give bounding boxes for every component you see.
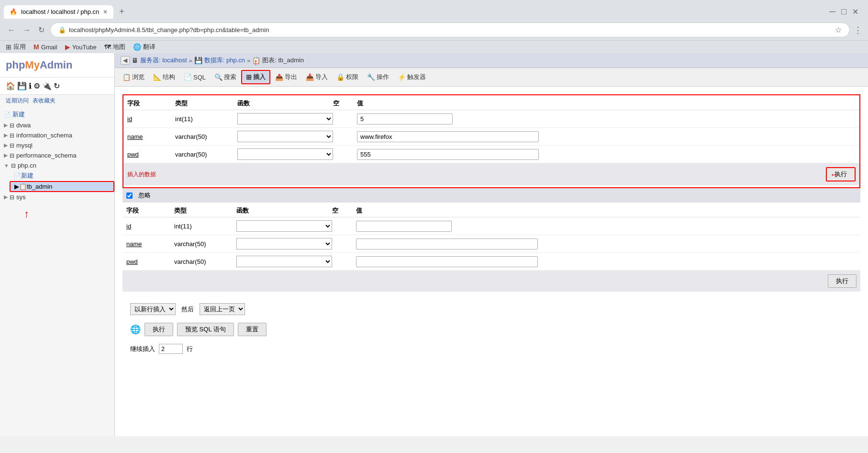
favorites-label[interactable]: 表收藏夹 <box>33 97 56 105</box>
bookmark-maps[interactable]: 🗺 地图 <box>104 43 125 51</box>
form1-pwd-function-select[interactable] <box>237 148 333 160</box>
forward-button[interactable]: → <box>21 24 33 36</box>
browser-window: 🔥 localhost / localhost / php.cn ✕ + ─ □… <box>0 0 868 53</box>
back-button[interactable]: ← <box>6 24 17 36</box>
active-tab[interactable]: 🔥 localhost / localhost / php.cn ✕ <box>4 5 113 19</box>
sidebar-item-dvwa[interactable]: ▶ ⊟ dvwa <box>0 120 114 130</box>
form2-name-function-select[interactable] <box>236 238 332 249</box>
sidebar-item-tb-admin[interactable]: ▶ 📋 tb_admin <box>10 181 114 192</box>
tab-close-button[interactable]: ✕ <box>103 9 108 15</box>
toolbar-browse-button[interactable]: 📋 浏览 <box>119 71 148 83</box>
form1-pwd-value-input[interactable] <box>357 149 539 160</box>
toolbar-sql-button[interactable]: 📄 SQL <box>180 71 210 83</box>
form1-row-id: id int(11) <box>123 110 859 128</box>
reload-button[interactable]: ↻ <box>36 23 46 36</box>
sidebar-item-phpcn[interactable]: ▼ ⊟ php.cn <box>0 160 114 170</box>
ignore-checkbox[interactable] <box>126 193 133 199</box>
toolbar-export-button[interactable]: 📤 导出 <box>271 71 301 83</box>
phpcn-db-icon: ⊟ <box>11 162 16 169</box>
bookmark-youtube[interactable]: ▶ YouTube <box>65 43 97 51</box>
new-tab-button[interactable]: + <box>113 4 130 20</box>
content-area: ◀ 🖥 服务器: localhost » 💾 数据库: php.cn » 📋 图… <box>115 53 868 436</box>
then-label: 然后 <box>181 305 194 314</box>
toolbar-operations-button[interactable]: 🔧 操作 <box>363 71 393 83</box>
close-button[interactable]: ✕ <box>852 7 858 16</box>
breadcrumb-collapse-button[interactable]: ◀ <box>121 56 130 65</box>
toolbar-privileges-button[interactable]: 🔒 权限 <box>333 71 362 83</box>
form-area: 字段 类型 函数 空 值 id int(11) <box>115 87 868 373</box>
sidebar-info-icon[interactable]: ℹ <box>29 81 32 91</box>
browse-icon: 📋 <box>122 73 131 81</box>
breadcrumb-database[interactable]: 数据库: php.cn <box>204 56 245 65</box>
toolbar-search-button[interactable]: 🔍 搜索 <box>211 71 240 83</box>
toolbar-insert-button[interactable]: ⊞ 插入 ↑ <box>241 70 270 84</box>
form1-footer: 插入的数据 执行 ← <box>123 163 859 185</box>
form2-pwd-value-input[interactable] <box>356 256 538 267</box>
then-action-select[interactable]: 返回上一页 <box>200 303 245 315</box>
form1-name-value-input[interactable] <box>357 131 539 142</box>
sidebar-item-phpcn-new[interactable]: 📄 新建 <box>10 170 114 181</box>
db-tree: 📄 新建 ▶ ⊟ dvwa ▶ ⊟ information_schema ▶ ⊟… <box>0 107 114 204</box>
exec-arrow-annotation: ← <box>830 169 839 180</box>
toolbar-triggers-button[interactable]: ⚡ 触发器 <box>394 71 430 83</box>
bottom-preview-sql-button[interactable]: 预览 SQL 语句 <box>177 323 234 336</box>
breadcrumb-server[interactable]: 服务器: localhost <box>140 56 187 65</box>
phpcn-new-icon: 📄 <box>13 172 21 180</box>
phpcn-subtree: 📄 新建 ▶ 📋 tb_admin <box>0 170 114 192</box>
bottom-reset-button[interactable]: 重置 <box>238 323 267 336</box>
bookmark-translate[interactable]: 🌐 翻译 <box>133 43 156 51</box>
maximize-button[interactable]: □ <box>841 7 846 17</box>
sidebar-db-icon[interactable]: 💾 <box>17 81 27 91</box>
form1-col-type: 类型 <box>175 99 237 108</box>
sidebar-item-performance-schema[interactable]: ▶ ⊟ performance_schema <box>0 150 114 160</box>
menu-icon[interactable]: ⋮ <box>854 25 862 35</box>
sidebar-home-icon[interactable]: 🏠 <box>6 81 15 91</box>
sidebar-item-mysql[interactable]: ▶ ⊟ mysql <box>0 140 114 150</box>
insert-mode-select[interactable]: 以新行插入 <box>130 303 176 315</box>
form1-name-type: varchar(50) <box>175 133 237 140</box>
logo-admin: Admin <box>40 59 72 71</box>
form1-id-value-input[interactable] <box>357 113 453 125</box>
form2-exec-button[interactable]: 执行 <box>828 274 857 288</box>
bottom-exec-button[interactable]: 执行 <box>145 323 173 336</box>
toolbar-structure-button[interactable]: 📐 结构 <box>149 71 179 83</box>
form2-id-function-select[interactable] <box>236 220 332 232</box>
sidebar-reload-icon[interactable]: ↻ <box>54 81 60 91</box>
sidebar-plugin-icon[interactable]: 🔌 <box>42 81 52 91</box>
tbadmin-expander: ▶ <box>14 183 19 190</box>
continue-row: 继续插入 行 <box>130 340 853 358</box>
minimize-button[interactable]: ─ <box>829 7 835 17</box>
phpcn-expander: ▼ <box>4 163 9 169</box>
bookmark-gmail[interactable]: M Gmail <box>33 43 57 51</box>
form1-row-pwd: pwd varchar(50) <box>123 146 859 163</box>
form1-row-name: name varchar(50) <box>123 128 859 146</box>
form2-name-value-input[interactable] <box>356 238 538 249</box>
continue-count-input[interactable] <box>159 344 183 354</box>
toolbar-import-button[interactable]: 📥 导入 <box>302 71 332 83</box>
sidebar-item-new-root[interactable]: 📄 新建 <box>0 109 114 120</box>
form1-col-field: 字段 <box>127 99 175 108</box>
structure-label: 结构 <box>163 73 175 81</box>
form1-id-type: int(11) <box>175 115 237 123</box>
sidebar-item-information-schema[interactable]: ▶ ⊟ information_schema <box>0 130 114 140</box>
sidebar-icon-row: 🏠 💾 ℹ ⚙ 🔌 ↻ <box>0 78 114 95</box>
sidebar: phpMyAdmin 🏠 💾 ℹ ⚙ 🔌 ↻ 近期访问 表收藏夹 📄 新建 ▶ … <box>0 53 115 436</box>
recent-label[interactable]: 近期访问 <box>6 97 29 105</box>
import-label: 导入 <box>315 73 328 81</box>
sidebar-item-sys[interactable]: ▶ ⊟ sys <box>0 192 114 202</box>
form2-header: 字段 类型 函数 空 值 <box>122 204 860 217</box>
address-bar[interactable]: 🔒 localhost/phpMyAdmin4.8.5/tbl_change.p… <box>50 23 850 37</box>
form1-id-value-cell <box>357 113 856 125</box>
maps-icon: 🗺 <box>104 43 111 51</box>
gmail-icon: M <box>33 43 39 51</box>
form1-name-function-select[interactable] <box>237 131 333 142</box>
url-text: localhost/phpMyAdmin4.8.5/tbl_change.php… <box>69 26 835 34</box>
sidebar-sys-label: sys <box>16 193 26 201</box>
form2-pwd-function-select[interactable] <box>236 256 332 267</box>
form1-id-function-select[interactable] <box>237 113 333 125</box>
form2-id-value-input[interactable] <box>356 221 452 232</box>
bookmark-star-icon[interactable]: ☆ <box>835 25 842 34</box>
form2-row-name: name varchar(50) <box>122 235 860 253</box>
sidebar-settings-icon[interactable]: ⚙ <box>33 81 40 91</box>
bookmark-apps[interactable]: ⊞ 应用 <box>6 43 26 51</box>
